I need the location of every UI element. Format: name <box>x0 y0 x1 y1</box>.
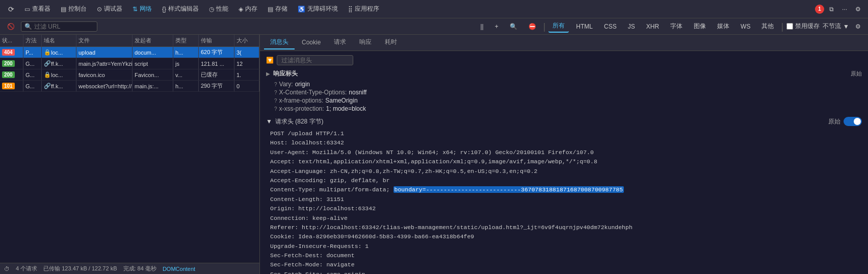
throttle-btn[interactable]: 不节流 ▼ <box>823 22 849 31</box>
req-line-13: Sec-Fetch-Dest: document <box>270 251 858 260</box>
viewer-icon: ▭ <box>24 6 30 13</box>
type-media-btn[interactable]: 媒体 <box>713 20 733 32</box>
detail-content: 🔽 ▶ 响应标头 原始 ? Vary: origin ? X-Content-T… <box>260 51 868 274</box>
more-btn[interactable]: ··· <box>839 4 850 15</box>
response-headers-section[interactable]: ▶ 响应标头 原始 <box>266 69 862 78</box>
filter-url-input[interactable] <box>34 23 94 30</box>
no-cache-label[interactable]: 禁用缓存 <box>786 22 820 31</box>
debugger-icon: ⊙ <box>97 6 102 13</box>
chevron-down-icon: ▼ <box>843 23 849 30</box>
type-all-btn[interactable]: 所有 <box>548 20 569 33</box>
filter-icon: 🔽 <box>266 57 274 64</box>
tab-request[interactable]: 请求 <box>328 36 352 49</box>
toolbar-style-editor[interactable]: {} 样式编辑器 <box>158 3 203 15</box>
settings-btn[interactable]: ⚙ <box>852 4 864 15</box>
add-filter-btn[interactable]: + <box>491 21 503 32</box>
req-line-0: POST /upload HTTP/1.1 <box>270 129 858 138</box>
raw-label: 原始 <box>828 117 840 126</box>
clear-icon: 🚫 <box>7 23 15 30</box>
search-filter-btn[interactable]: 🔍 <box>506 21 521 32</box>
filter-messages-input[interactable] <box>277 55 353 65</box>
domain-cell: 🔒 loc... <box>42 69 76 80</box>
window-icon: ⧉ <box>829 6 834 13</box>
type-html-btn[interactable]: HTML <box>572 21 597 32</box>
toolbar-debugger[interactable]: ⊙ 调试器 <box>93 3 126 15</box>
response-raw-btn[interactable]: 原始 <box>851 70 862 78</box>
initiator-cell: script <box>133 58 173 69</box>
table-row[interactable]: 200 G... 🔗 ff.k... main.js?attr=YemYkzid… <box>0 58 259 69</box>
col-header-status: 状... <box>0 35 23 46</box>
request-section-header[interactable]: ▼ 请求头 (828 字节) 原始 <box>266 117 862 126</box>
type-ws-btn[interactable]: WS <box>737 21 754 32</box>
table-row[interactable]: 200 G... 🔒 loc... favicon.ico Favicon...… <box>0 69 259 81</box>
network-settings-btn[interactable]: ⚙ <box>852 21 864 32</box>
request-body: POST /upload HTTP/1.1 Host: localhost:63… <box>266 129 862 274</box>
toolbar-console[interactable]: ▤ 控制台 <box>57 3 91 15</box>
type-font-btn[interactable]: 字体 <box>666 20 687 32</box>
req-line-3: Accept: text/html,application/xhtml+xml,… <box>270 157 858 166</box>
initiator-cell: main.js:... <box>133 81 173 91</box>
method-cell: G... <box>23 81 42 91</box>
error-badge[interactable]: 1 <box>815 5 824 14</box>
col-header-transfer: 传输 <box>199 35 234 46</box>
method-cell: G... <box>23 58 42 69</box>
console-icon: ▤ <box>61 6 66 13</box>
clear-log-btn[interactable]: 🚫 <box>4 21 18 32</box>
req-line-15: Sec-Fetch-Site: same-origin <box>270 270 858 274</box>
type-cell: h... <box>173 47 199 58</box>
status-cell: 101 <box>0 81 23 91</box>
tab-response[interactable]: 响应 <box>353 36 378 49</box>
request-section: ▼ 请求头 (828 字节) 原始 POST /upload HTTP/1.1 … <box>266 117 862 274</box>
block-btn[interactable]: ⛔ <box>524 21 540 32</box>
toolbar-memory[interactable]: ◈ 内存 <box>234 3 261 15</box>
help-icon: ? <box>274 98 277 104</box>
tab-cookie[interactable]: Cookie <box>296 37 327 49</box>
req-line-1: Host: localhost:63342 <box>270 138 858 147</box>
dom-content-link[interactable]: DOMContent <box>163 266 195 272</box>
tab-timing[interactable]: 耗时 <box>379 36 403 49</box>
toolbar-app[interactable]: ⣿ 应用程序 <box>344 3 383 15</box>
toolbar-accessibility[interactable]: ♿ 无障碍环境 <box>294 3 342 15</box>
toolbar-viewer[interactable]: ▭ 查看器 <box>20 3 55 15</box>
raw-toggle-switch[interactable] <box>844 117 862 126</box>
type-image-btn[interactable]: 图像 <box>690 20 710 32</box>
table-row[interactable]: 101 G... 🔗 ff.k... websocket?url=http://… <box>0 81 259 92</box>
toolbar-performance[interactable]: ◷ 性能 <box>205 3 232 15</box>
storage-icon: ▤ <box>268 6 273 13</box>
completed-time: 完成: 84 毫秒 <box>123 265 156 272</box>
transfer-cell: 290 字节 <box>199 81 234 91</box>
domain-cell: 🔒 loc... <box>42 47 76 58</box>
type-other-btn[interactable]: 其他 <box>757 20 778 32</box>
help-icon: ? <box>274 106 277 112</box>
link-icon: 🔗 <box>44 83 51 89</box>
transfer-cell: 121.81 ... <box>199 58 234 69</box>
type-js-btn[interactable]: JS <box>624 21 639 32</box>
type-css-btn[interactable]: CSS <box>600 21 621 32</box>
table-row[interactable]: 404 P... 🔒 loc... upload docum... h... 6… <box>0 47 259 58</box>
window-toggle-btn[interactable]: ⧉ <box>826 4 837 15</box>
network-table-body: 404 P... 🔒 loc... upload docum... h... 6… <box>0 47 259 263</box>
toolbar-network[interactable]: ⇅ 网络 <box>128 3 156 15</box>
type-cell: h... <box>173 81 199 91</box>
pause-btn[interactable]: || <box>476 21 487 32</box>
initiator-cell: Favicon... <box>133 69 173 80</box>
transferred-size: 已传输 123.47 kB / 122.72 kB <box>43 265 117 272</box>
toolbar-refresh[interactable]: ⟳ <box>4 3 18 15</box>
raw-toggle: 原始 <box>828 117 862 126</box>
domain-cell: 🔗 ff.k... <box>42 58 76 69</box>
type-cell: js <box>173 58 199 69</box>
header-item-xxss: ? x-xss-protection: 1; mode=block <box>266 105 862 113</box>
toolbar-storage[interactable]: ▤ 存储 <box>264 3 292 15</box>
tab-message-headers[interactable]: 消息头 <box>264 36 295 49</box>
file-cell: main.js?attr=YemYkzidvDbae4 <box>76 58 133 69</box>
status-badge: 200 <box>2 60 15 67</box>
initiator-cell: docum... <box>133 47 173 58</box>
gear-icon: ⚙ <box>855 23 861 30</box>
type-xhr-btn[interactable]: XHR <box>642 21 663 32</box>
col-header-file: 文件 <box>76 35 133 46</box>
request-expand-arrow-icon: ▼ <box>266 118 272 125</box>
no-cache-checkbox[interactable] <box>786 23 793 30</box>
main-area: 状... 方法 域名 文件 发起者 类型 传输 大小 404 P... 🔒 lo… <box>0 35 868 274</box>
status-badge: 404 <box>2 49 15 56</box>
help-icon: ? <box>274 82 277 87</box>
